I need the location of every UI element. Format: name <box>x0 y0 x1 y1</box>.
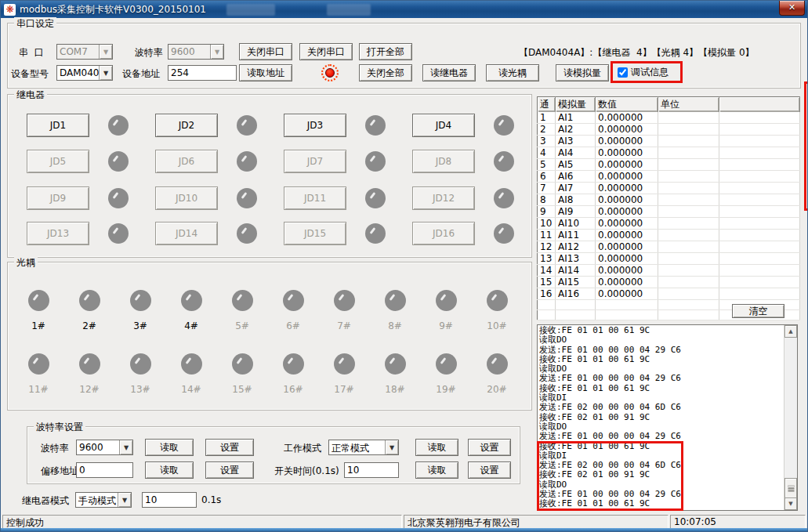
work-mode-select[interactable]: 正常模式 ▼ <box>328 440 399 455</box>
read-address-button[interactable]: 读取地址 <box>239 64 292 81</box>
status-company: 北京聚英翱翔电子有限公司 <box>404 515 669 529</box>
baudrate-label: 波特率 <box>135 46 163 60</box>
relay-button-jd10[interactable]: JD10 <box>155 186 218 210</box>
col-unit[interactable]: 单位 <box>658 97 719 113</box>
debug-info-label: 调试信息 <box>631 66 669 79</box>
close-all-button[interactable]: 关闭全部 <box>359 64 412 81</box>
col-analog[interactable]: 模拟量 <box>556 97 596 113</box>
table-row[interactable]: 14AI140.000000 <box>538 265 800 277</box>
debug-log-text: 接收:FE 01 01 00 61 9C 读取DO 发送:FE 01 00 00… <box>539 326 783 510</box>
log-scrollbar[interactable]: ▲ ▼ <box>784 325 797 510</box>
window-bottom-border <box>1 528 807 531</box>
debug-info-checkbox-group: 调试信息 <box>618 66 669 79</box>
close-icon[interactable]: ✕ <box>779 1 805 16</box>
close-serial-button-2[interactable]: 关闭串口 <box>299 43 353 60</box>
baudrate-setting-select[interactable]: 9600 ▼ <box>76 440 133 455</box>
offset-read-button[interactable]: 读取 <box>145 461 194 479</box>
table-row[interactable]: 6AI60.000000 <box>538 171 800 183</box>
status-bar: 控制成功 北京聚英翱翔电子有限公司 10:07:05 <box>1 514 807 530</box>
relay-button-jd9[interactable]: JD9 <box>27 186 89 210</box>
relay-button-jd7[interactable]: JD7 <box>284 150 346 173</box>
table-row[interactable]: 7AI70.000000 <box>538 183 800 194</box>
table-row[interactable]: 13AI130.000000 <box>538 253 800 265</box>
table-row[interactable]: 15AI150.000000 <box>538 277 800 288</box>
opto-label-11: 11# <box>18 384 59 395</box>
work-mode-label: 工作模式 <box>284 442 321 455</box>
table-row[interactable]: 8AI80.000000 <box>538 194 800 206</box>
table-row[interactable]: 11AI110.000000 <box>538 230 800 241</box>
device-model-label: 设备型号 <box>11 67 49 81</box>
relay-button-jd8[interactable]: JD8 <box>412 150 475 173</box>
relay-button-jd2[interactable]: JD2 <box>155 114 218 137</box>
relay-button-jd3[interactable]: JD3 <box>284 114 346 137</box>
read-analog-button[interactable]: 读模拟量 <box>556 64 609 81</box>
relay-button-jd14[interactable]: JD14 <box>155 222 218 245</box>
device-address-input[interactable] <box>168 65 237 81</box>
debug-log-area[interactable]: 接收:FE 01 01 00 61 9C 读取DO 发送:FE 01 00 00… <box>537 324 798 511</box>
opto-led-15 <box>232 353 253 375</box>
device-address-label: 设备地址 <box>122 67 160 81</box>
baudrate-set-button[interactable]: 设置 <box>205 439 254 456</box>
table-row[interactable]: 1AI10.000000 <box>538 112 800 124</box>
relay-button-jd13[interactable]: JD13 <box>27 222 89 245</box>
relay-group-label: 继电器 <box>14 89 47 102</box>
relay-button-jd12[interactable]: JD12 <box>412 186 475 210</box>
switch-time-input[interactable] <box>344 462 399 478</box>
table-row[interactable]: 10AI100.000000 <box>538 218 800 230</box>
offset-set-button[interactable]: 设置 <box>205 461 254 479</box>
relay-mode-unit-label: 0.1s <box>201 494 221 505</box>
opto-label-12: 12# <box>69 384 110 395</box>
switch-time-read-button[interactable]: 读取 <box>415 461 458 479</box>
relay-mode-label: 继电器模式 <box>22 494 69 508</box>
close-serial-button-1[interactable]: 关闭串口 <box>239 43 292 60</box>
relay-button-jd16[interactable]: JD16 <box>412 222 475 245</box>
table-row[interactable]: 4AI40.000000 <box>538 147 800 159</box>
read-relay-button[interactable]: 读继电器 <box>422 64 476 81</box>
opto-label-14: 14# <box>171 384 212 395</box>
table-row[interactable]: 3AI30.000000 <box>538 136 800 147</box>
switch-time-label: 开关时间(0.1s) <box>274 465 339 478</box>
col-value[interactable]: 数值 <box>596 97 658 113</box>
switch-time-set-button[interactable]: 设置 <box>468 461 511 479</box>
table-row[interactable]: 16AI160.000000 <box>538 288 800 300</box>
device-model-select[interactable]: DAM0404A ▼ <box>56 65 113 81</box>
baudrate-read-button[interactable]: 读取 <box>145 439 194 456</box>
background-artifact <box>327 4 371 16</box>
opto-label-6: 6# <box>273 320 313 331</box>
read-opto-button[interactable]: 读光耦 <box>486 64 539 81</box>
scroll-down-icon[interactable]: ▼ <box>784 498 797 510</box>
relay-group: 继电器 JD1 JD2 JD3 JD4 JD5 JD6 JD7 JD8 JD9 … <box>7 94 532 258</box>
chevron-down-icon: ▼ <box>210 45 223 59</box>
relay-button-jd6[interactable]: JD6 <box>155 150 218 173</box>
opto-led-6 <box>283 290 304 311</box>
open-all-button[interactable]: 打开全部 <box>359 43 412 60</box>
table-row[interactable]: 12AI120.000000 <box>538 241 800 253</box>
relay-button-jd15[interactable]: JD15 <box>284 222 346 245</box>
opto-led-4 <box>181 290 202 311</box>
relay-button-jd11[interactable]: JD11 <box>284 186 346 210</box>
relay-mode-time-input[interactable] <box>142 492 197 508</box>
table-row[interactable]: 9AI90.000000 <box>538 206 800 218</box>
table-row[interactable]: 5AI50.000000 <box>538 159 800 171</box>
debug-info-checkbox[interactable] <box>618 67 628 78</box>
app-window: ❋ modbus采集控制卡软件V0300_20150101 ✕ 串口设定 串 口… <box>0 0 808 532</box>
scroll-up-icon[interactable]: ▲ <box>784 325 797 338</box>
work-mode-read-button[interactable]: 读取 <box>415 439 458 456</box>
opto-led-9 <box>436 290 457 311</box>
relay-mode-select[interactable]: 手动模式 ▼ <box>75 492 132 508</box>
col-extra[interactable] <box>719 97 800 113</box>
opto-label-19: 19# <box>426 384 466 395</box>
relay-button-jd4[interactable]: JD4 <box>412 114 475 137</box>
status-message: 控制成功 <box>2 515 402 529</box>
scrollbar-thumb[interactable] <box>784 478 797 498</box>
analog-values-table: 通 模拟量 数值 单位 1AI10.000000 2AI20.000000 3A… <box>537 96 800 320</box>
clear-button[interactable]: 清空 <box>732 304 784 318</box>
relay-button-jd5[interactable]: JD5 <box>27 150 89 173</box>
table-row[interactable]: 2AI20.000000 <box>538 124 800 136</box>
work-mode-set-button[interactable]: 设置 <box>468 439 511 456</box>
com-port-select[interactable]: COM7 ▼ <box>56 44 113 60</box>
baudrate-select[interactable]: 9600 ▼ <box>168 44 224 60</box>
relay-button-jd1[interactable]: JD1 <box>27 114 89 137</box>
offset-address-input[interactable] <box>76 462 133 478</box>
col-channel[interactable]: 通 <box>538 97 556 113</box>
